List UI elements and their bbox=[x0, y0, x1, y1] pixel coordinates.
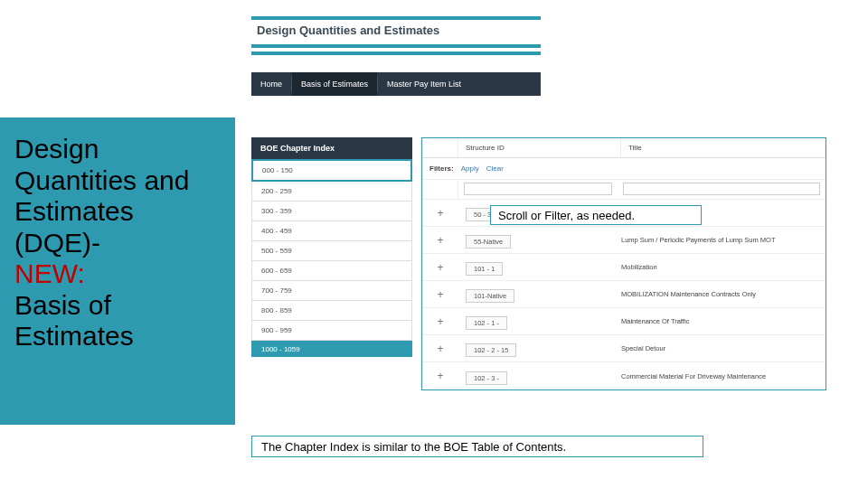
slide-title-panel: Design Quantities and Estimates (DQE)- N… bbox=[0, 117, 235, 425]
row-title: Special Detour bbox=[621, 344, 826, 352]
chapter-index-header: BOE Chapter Index bbox=[251, 137, 412, 159]
structure-id-chip[interactable]: 102 - 3 - bbox=[466, 371, 507, 385]
app-title: Design Quantities and Estimates bbox=[251, 20, 541, 44]
items-grid: Structure ID Title Filters: Apply Clear … bbox=[421, 137, 826, 390]
chapter-index-panel: BOE Chapter Index 000 - 150 200 - 259 30… bbox=[251, 137, 412, 357]
table-row: + 101-Native MOBILIZATION Maintenance Co… bbox=[422, 281, 826, 308]
filter-title-input[interactable] bbox=[623, 183, 820, 195]
row-title: Lump Sum / Periodic Payments of Lump Sum… bbox=[621, 236, 826, 244]
table-row: + 55-Native Lump Sum / Periodic Payments… bbox=[422, 227, 826, 254]
expand-icon[interactable]: + bbox=[422, 262, 458, 273]
filters-row: Filters: Apply Clear bbox=[422, 158, 826, 180]
table-row: + 101 - 1 Mobilization bbox=[422, 254, 826, 281]
header-bars-bottom bbox=[251, 44, 541, 55]
filter-inputs bbox=[422, 180, 826, 200]
filter-structure-id-input[interactable] bbox=[464, 183, 612, 195]
chapter-item[interactable]: 200 - 259 bbox=[251, 182, 412, 202]
expand-icon[interactable]: + bbox=[422, 343, 458, 354]
chapter-item[interactable]: 400 - 459 bbox=[251, 221, 412, 241]
nav-basis-of-estimates[interactable]: Basis of Estimates bbox=[292, 72, 377, 96]
chapter-item[interactable]: 000 - 150 bbox=[251, 159, 412, 182]
filters-apply-link[interactable]: Apply bbox=[461, 164, 479, 173]
app-header: Design Quantities and Estimates bbox=[251, 16, 541, 55]
chapter-item[interactable]: 500 - 559 bbox=[251, 241, 412, 261]
structure-id-chip[interactable]: 101 - 1 bbox=[466, 262, 503, 276]
col-title[interactable]: Title bbox=[621, 138, 826, 157]
title-new: NEW: bbox=[14, 258, 85, 288]
col-expand bbox=[422, 138, 458, 157]
chapter-item[interactable]: 800 - 859 bbox=[251, 301, 412, 321]
expand-icon[interactable]: + bbox=[422, 371, 458, 381]
chapter-item[interactable]: 700 - 759 bbox=[251, 281, 412, 301]
structure-id-chip[interactable]: 102 - 2 - 15 bbox=[466, 343, 516, 357]
expand-icon[interactable]: + bbox=[422, 208, 458, 219]
row-title: Commercial Material For Driveway Mainten… bbox=[621, 372, 826, 380]
chapter-item[interactable]: 600 - 659 bbox=[251, 261, 412, 281]
chapter-item[interactable]: 1000 - 1059 bbox=[251, 341, 412, 357]
row-title: MOBILIZATION Maintenance Contracts Only bbox=[621, 290, 826, 298]
nav-bar: Home Basis of Estimates Master Pay Item … bbox=[251, 72, 541, 96]
callout-scroll-filter: Scroll or Filter, as needed. bbox=[490, 205, 702, 225]
slide-title: Design Quantities and Estimates (DQE)- N… bbox=[14, 134, 221, 352]
expand-icon[interactable]: + bbox=[422, 316, 458, 327]
callout-chapter-index: The Chapter Index is similar to the BOE … bbox=[251, 436, 703, 457]
expand-icon[interactable]: + bbox=[422, 235, 458, 246]
row-title: Maintenance Of Traffic bbox=[621, 317, 826, 325]
nav-master-pay-item-list[interactable]: Master Pay Item List bbox=[378, 72, 470, 96]
row-title: Mobilization bbox=[621, 263, 826, 271]
filters-clear-link[interactable]: Clear bbox=[486, 164, 504, 173]
title-part-1: Design Quantities and Estimates (DQE)- bbox=[14, 134, 189, 258]
structure-id-chip[interactable]: 55-Native bbox=[466, 235, 511, 249]
expand-icon[interactable]: + bbox=[422, 289, 458, 300]
chapter-item[interactable]: 300 - 359 bbox=[251, 202, 412, 221]
chapter-item[interactable]: 900 - 959 bbox=[251, 321, 412, 341]
table-row: + 102 - 3 - Commercial Material For Driv… bbox=[422, 362, 826, 389]
nav-home[interactable]: Home bbox=[251, 72, 291, 96]
header-bar-top bbox=[251, 16, 541, 20]
grid-header: Structure ID Title bbox=[422, 138, 826, 158]
table-row: + 102 - 2 - 15 Special Detour bbox=[422, 335, 826, 362]
filter-expand-spacer bbox=[422, 180, 458, 199]
col-structure-id[interactable]: Structure ID bbox=[458, 138, 621, 157]
title-part-2: Basis of Estimates bbox=[14, 290, 134, 352]
table-row: + 102 - 1 - Maintenance Of Traffic bbox=[422, 308, 826, 335]
structure-id-chip[interactable]: 102 - 1 - bbox=[466, 316, 507, 330]
filters-label: Filters: bbox=[422, 164, 461, 173]
structure-id-chip[interactable]: 101-Native bbox=[466, 289, 514, 303]
